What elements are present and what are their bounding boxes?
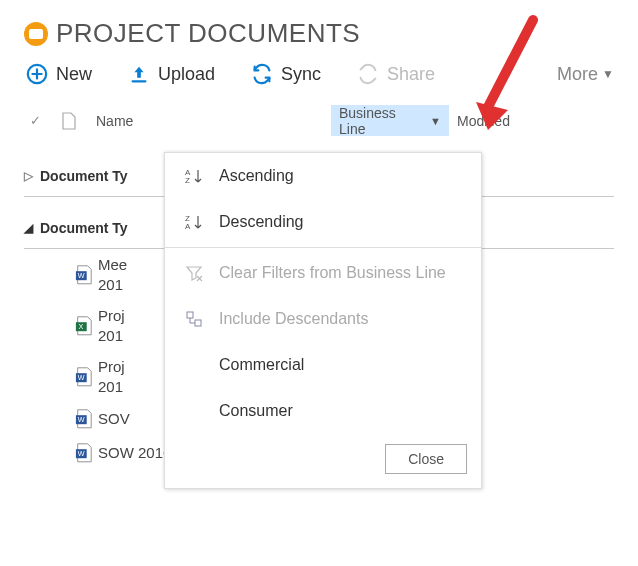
svg-rect-15 — [187, 312, 193, 318]
file-type-icon: W — [70, 408, 98, 430]
sort-asc-label: Ascending — [219, 167, 294, 185]
select-all-checkbox[interactable]: ✓ — [30, 113, 62, 128]
svg-text:A: A — [185, 222, 191, 231]
svg-text:Z: Z — [185, 176, 190, 185]
share-icon — [357, 63, 379, 85]
svg-text:X: X — [79, 322, 84, 331]
new-label: New — [56, 64, 92, 85]
file-type-column — [62, 112, 96, 130]
filter-option-label: Consumer — [219, 402, 293, 420]
sync-icon — [251, 63, 273, 85]
chevron-down-icon: ▼ — [602, 67, 614, 81]
separator — [165, 247, 481, 248]
filter-option-commercial[interactable]: Commercial — [165, 342, 481, 388]
tree-icon — [183, 310, 205, 328]
sort-descending[interactable]: ZA Descending — [165, 199, 481, 245]
sync-button[interactable]: Sync — [251, 63, 321, 85]
collapse-icon: ◢ — [24, 221, 40, 235]
column-header-row: ✓ Name Business Line ▼ Modified — [24, 105, 614, 137]
business-line-column-label: Business Line — [339, 105, 424, 137]
new-button[interactable]: New — [26, 63, 92, 85]
filter-option-consumer[interactable]: Consumer — [165, 388, 481, 434]
sort-desc-label: Descending — [219, 213, 304, 231]
sort-desc-icon: ZA — [183, 213, 205, 231]
group-label: Document Ty — [40, 168, 128, 184]
svg-text:W: W — [78, 271, 85, 280]
business-line-column-header[interactable]: Business Line ▼ — [331, 105, 449, 136]
column-filter-dropdown: AZ Ascending ZA Descending Clear Filters… — [164, 152, 482, 489]
upload-icon — [128, 63, 150, 85]
upload-label: Upload — [158, 64, 215, 85]
file-type-icon: W — [70, 442, 98, 464]
svg-text:W: W — [78, 373, 85, 382]
more-label: More — [557, 64, 598, 85]
sync-label: Sync — [281, 64, 321, 85]
sort-asc-icon: AZ — [183, 167, 205, 185]
more-button[interactable]: More ▼ — [557, 64, 614, 85]
folder-icon — [24, 22, 48, 46]
funnel-clear-icon — [183, 264, 205, 282]
caret-down-icon: ▼ — [430, 115, 441, 127]
name-column-header[interactable]: Name — [96, 113, 331, 129]
share-button[interactable]: Share — [357, 63, 435, 85]
clear-filters-label: Clear Filters from Business Line — [219, 264, 446, 282]
svg-text:W: W — [78, 449, 85, 458]
plus-icon — [26, 63, 48, 85]
file-type-icon: W — [70, 366, 98, 388]
file-type-icon: W — [70, 264, 98, 286]
share-label: Share — [387, 64, 435, 85]
svg-rect-16 — [195, 320, 201, 326]
expand-icon: ▷ — [24, 169, 40, 183]
modified-column-header[interactable]: Modified — [449, 113, 539, 129]
file-type-icon: X — [70, 315, 98, 337]
sort-ascending[interactable]: AZ Ascending — [165, 153, 481, 199]
include-descendants: Include Descendants — [165, 296, 481, 342]
include-descendants-label: Include Descendants — [219, 310, 368, 328]
svg-text:W: W — [78, 415, 85, 424]
clear-filters: Clear Filters from Business Line — [165, 250, 481, 296]
toolbar: New Upload Sync Share More ▼ — [24, 63, 614, 85]
close-button[interactable]: Close — [385, 444, 467, 474]
group-label: Document Ty — [40, 220, 128, 236]
page-header: PROJECT DOCUMENTS — [24, 18, 614, 49]
upload-button[interactable]: Upload — [128, 63, 215, 85]
page-title: PROJECT DOCUMENTS — [56, 18, 360, 49]
filter-option-label: Commercial — [219, 356, 304, 374]
